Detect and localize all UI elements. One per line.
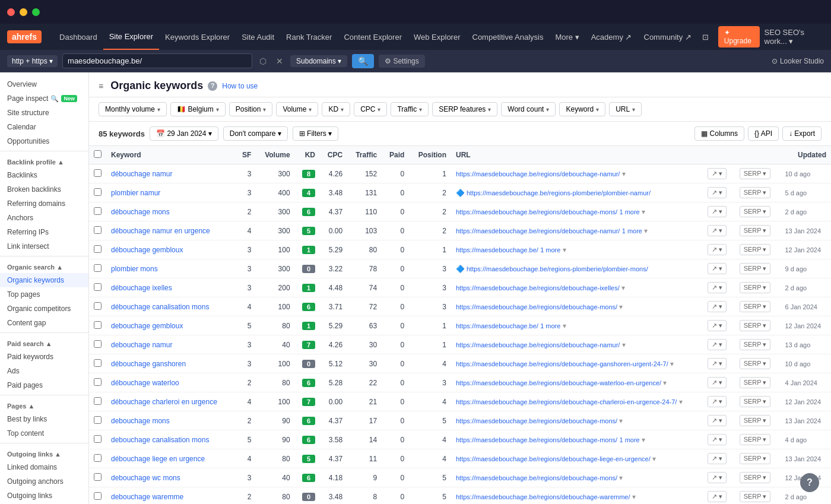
trend-cell[interactable]: ↗ ▾	[703, 468, 735, 487]
serp-cell[interactable]: SERP ▾	[735, 392, 781, 411]
url-link[interactable]: https://maesdebouchage.be/regions/debouc…	[456, 170, 620, 177]
header-kd[interactable]: KD	[295, 146, 320, 164]
help-icon[interactable]: ?	[208, 81, 217, 91]
row-checkbox-cell[interactable]	[89, 411, 106, 430]
row-checkbox-cell[interactable]	[89, 278, 106, 297]
sidebar-item-calendar[interactable]: Calendar	[0, 120, 88, 134]
row-checkbox-cell[interactable]	[89, 373, 106, 392]
keyword-cell[interactable]: débouchage ganshoren	[106, 354, 235, 373]
url-link[interactable]: https://maesdebouchage.be/regions/debouc…	[456, 227, 620, 234]
row-checkbox-cell[interactable]	[89, 468, 106, 487]
trend-button[interactable]: ↗ ▾	[708, 187, 727, 198]
row-checkbox-cell[interactable]	[89, 164, 106, 183]
header-position[interactable]: Position	[409, 146, 451, 164]
keyword-cell[interactable]: débouchage ixelles	[106, 278, 235, 297]
trend-cell[interactable]: ↗ ▾	[703, 278, 735, 297]
serp-button[interactable]: SERP ▾	[740, 377, 771, 388]
row-checkbox-cell[interactable]	[89, 240, 106, 259]
help-button[interactable]: ?	[800, 473, 819, 492]
serp-button[interactable]: SERP ▾	[740, 434, 771, 445]
keyword-cell[interactable]: débouchage mons	[106, 202, 235, 221]
url-dropdown-icon[interactable]: ▾	[622, 341, 626, 349]
row-checkbox[interactable]	[94, 321, 102, 329]
nav-competitive-analysis[interactable]: Competitive Analysis	[467, 24, 550, 50]
row-checkbox[interactable]	[94, 416, 102, 424]
url-dropdown-icon[interactable]: ▾	[622, 170, 626, 178]
trend-button[interactable]: ↗ ▾	[708, 263, 727, 274]
row-checkbox-cell[interactable]	[89, 297, 106, 316]
url-dropdown-icon[interactable]: ▾	[670, 360, 674, 368]
trend-cell[interactable]: ↗ ▾	[703, 354, 735, 373]
row-checkbox[interactable]	[94, 492, 102, 500]
section-pages[interactable]: Pages ▲	[0, 398, 88, 412]
keyword-cell[interactable]: débouchage charleroi en urgence	[106, 392, 235, 411]
row-checkbox-cell[interactable]	[89, 221, 106, 240]
section-backlink[interactable]: Backlink profile ▲	[0, 154, 88, 168]
row-checkbox-cell[interactable]	[89, 354, 106, 373]
url-filter[interactable]: URL ▾	[609, 102, 642, 116]
more-links[interactable]: 1 more	[540, 246, 560, 253]
url-dropdown-icon[interactable]: ▾	[679, 398, 683, 406]
volume-filter[interactable]: Volume ▾	[276, 102, 318, 116]
nav-dashboard[interactable]: Dashboard	[53, 24, 103, 50]
open-url-button[interactable]: ⬡	[257, 55, 269, 67]
url-dropdown-icon[interactable]: ▾	[563, 322, 566, 330]
serp-cell[interactable]: SERP ▾	[735, 316, 781, 335]
section-paid[interactable]: Paid search ▲	[0, 335, 88, 350]
close-button[interactable]	[7, 8, 15, 16]
row-checkbox[interactable]	[94, 340, 102, 348]
trend-button[interactable]: ↗ ▾	[708, 168, 727, 179]
serp-button[interactable]: SERP ▾	[740, 415, 771, 426]
nav-academy[interactable]: Academy ↗	[585, 24, 638, 50]
row-checkbox[interactable]	[94, 378, 102, 386]
url-link[interactable]: https://maesdebouchage.be/regions/debouc…	[456, 398, 677, 405]
row-checkbox[interactable]	[94, 264, 102, 272]
row-checkbox[interactable]	[94, 245, 102, 253]
sidebar-item-outgoing-anchors[interactable]: Outgoing anchors	[0, 474, 88, 489]
how-to-link[interactable]: How to use	[222, 82, 258, 90]
columns-button[interactable]: ▦ Columns	[694, 126, 744, 141]
sidebar-item-paid-pages[interactable]: Paid pages	[0, 378, 88, 392]
serp-cell[interactable]: SERP ▾	[735, 487, 781, 505]
header-url[interactable]: URL	[451, 146, 703, 164]
serp-cell[interactable]: SERP ▾	[735, 240, 781, 259]
serp-cell[interactable]: SERP ▾	[735, 183, 781, 202]
serp-cell[interactable]: SERP ▾	[735, 430, 781, 449]
looker-studio-button[interactable]: ⊙ Looker Studio	[772, 57, 824, 65]
trend-button[interactable]: ↗ ▾	[708, 396, 727, 407]
row-checkbox-cell[interactable]	[89, 316, 106, 335]
sidebar-item-linked-domains[interactable]: Linked domains	[0, 460, 88, 474]
row-checkbox[interactable]	[94, 188, 102, 196]
row-checkbox[interactable]	[94, 454, 102, 462]
url-link[interactable]: https://maesdebouchage.be/regions/debouc…	[456, 436, 617, 443]
url-link[interactable]: https://maesdebouchage.be/regions/debouc…	[456, 455, 651, 462]
nav-site-explorer[interactable]: Site Explorer	[103, 24, 159, 50]
row-checkbox[interactable]	[94, 359, 102, 367]
trend-button[interactable]: ↗ ▾	[708, 453, 727, 464]
country-filter[interactable]: 🇧🇪 Belgium ▾	[170, 102, 226, 116]
sidebar-item-organic-competitors[interactable]: Organic competitors	[0, 302, 88, 316]
serp-button[interactable]: SERP ▾	[740, 453, 771, 464]
url-link[interactable]: https://maesdebouchage.be/regions-plombe…	[467, 265, 648, 272]
trend-cell[interactable]: ↗ ▾	[703, 316, 735, 335]
serp-button[interactable]: SERP ▾	[740, 282, 771, 293]
section-organic[interactable]: Organic search ▲	[0, 259, 88, 273]
serp-button[interactable]: SERP ▾	[740, 339, 771, 350]
row-checkbox-cell[interactable]	[89, 449, 106, 468]
sidebar-item-overview[interactable]: Overview	[0, 77, 88, 91]
trend-cell[interactable]: ↗ ▾	[703, 202, 735, 221]
row-checkbox-cell[interactable]	[89, 202, 106, 221]
serp-cell[interactable]: SERP ▾	[735, 449, 781, 468]
url-dropdown-icon[interactable]: ▾	[632, 493, 636, 501]
serp-button[interactable]: SERP ▾	[740, 472, 771, 483]
serp-button[interactable]: SERP ▾	[740, 396, 771, 407]
sidebar-item-opportunities[interactable]: Opportunities	[0, 134, 88, 148]
traffic-filter[interactable]: Traffic ▾	[391, 102, 429, 116]
trend-cell[interactable]: ↗ ▾	[703, 164, 735, 183]
sidebar-item-referring-ips[interactable]: Referring IPs	[0, 225, 88, 239]
position-filter[interactable]: Position ▾	[229, 102, 273, 116]
trend-button[interactable]: ↗ ▾	[708, 225, 727, 236]
nav-site-audit[interactable]: Site Audit	[236, 24, 280, 50]
trend-cell[interactable]: ↗ ▾	[703, 373, 735, 392]
keyword-filter[interactable]: Keyword ▾	[559, 102, 605, 116]
